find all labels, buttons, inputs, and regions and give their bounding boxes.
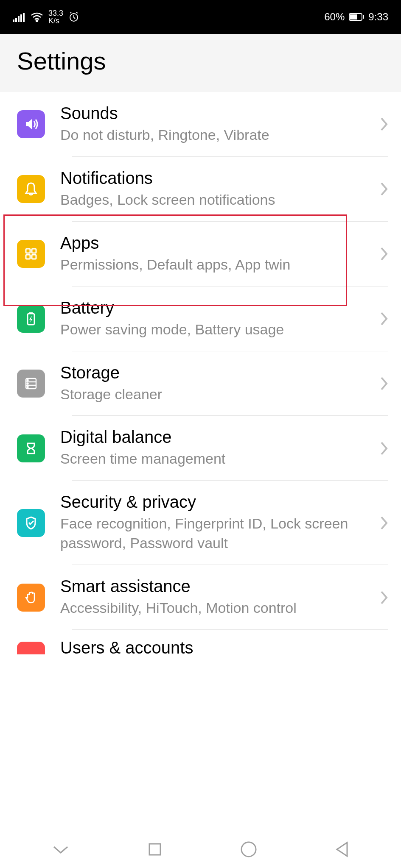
svg-rect-11 bbox=[32, 249, 36, 253]
nav-home-button[interactable] bbox=[240, 840, 258, 858]
item-subtitle: Do not disturb, Ringtone, Vibrate bbox=[60, 125, 365, 145]
item-content: Battery Power saving mode, Battery usage bbox=[60, 298, 365, 339]
item-title: Battery bbox=[60, 298, 365, 317]
alarm-icon bbox=[68, 11, 79, 22]
settings-item-digital-balance[interactable]: Digital balance Screen time management bbox=[0, 416, 401, 481]
chevron-right-icon bbox=[380, 441, 388, 456]
settings-list: Sounds Do not disturb, Ringtone, Vibrate… bbox=[0, 92, 401, 657]
status-time: 9:33 bbox=[368, 11, 388, 23]
signal-icon bbox=[13, 12, 25, 22]
item-title: Storage bbox=[60, 363, 365, 382]
item-subtitle: Power saving mode, Battery usage bbox=[60, 320, 365, 339]
settings-item-sounds[interactable]: Sounds Do not disturb, Ringtone, Vibrate bbox=[0, 92, 401, 157]
item-title: Smart assistance bbox=[60, 577, 365, 596]
users-icon bbox=[17, 642, 45, 654]
svg-rect-1 bbox=[15, 18, 17, 22]
item-subtitle: Permissions, Default apps, App twin bbox=[60, 255, 365, 275]
item-subtitle: Face recognition, Fingerprint ID, Lock s… bbox=[60, 514, 365, 553]
item-subtitle: Accessibility, HiTouch, Motion control bbox=[60, 598, 365, 618]
nav-back-button[interactable] bbox=[334, 841, 350, 858]
item-subtitle: Badges, Lock screen notifications bbox=[60, 190, 365, 210]
item-title: Security & privacy bbox=[60, 492, 365, 512]
status-bar: 33.3 K/s 60% 9:33 bbox=[0, 0, 401, 34]
settings-item-storage[interactable]: Storage Storage cleaner bbox=[0, 351, 401, 416]
status-right: 60% 9:33 bbox=[324, 11, 388, 23]
svg-point-5 bbox=[36, 20, 38, 22]
navigation-bar bbox=[0, 830, 401, 868]
nav-collapse-button[interactable] bbox=[51, 843, 70, 855]
svg-rect-15 bbox=[29, 312, 33, 314]
svg-point-19 bbox=[27, 380, 28, 381]
svg-rect-13 bbox=[32, 255, 36, 259]
hand-icon bbox=[17, 584, 45, 612]
battery-icon bbox=[349, 13, 364, 21]
svg-rect-8 bbox=[350, 14, 357, 19]
item-title: Digital balance bbox=[60, 428, 365, 447]
settings-item-users-accounts[interactable]: Users & accounts bbox=[0, 630, 401, 657]
item-title: Notifications bbox=[60, 169, 365, 188]
item-content: Digital balance Screen time management bbox=[60, 428, 365, 469]
item-subtitle: Screen time management bbox=[60, 449, 365, 469]
shield-icon bbox=[17, 509, 45, 537]
item-title: Sounds bbox=[60, 104, 365, 123]
item-title: Apps bbox=[60, 234, 365, 253]
chevron-right-icon bbox=[380, 311, 388, 326]
apps-icon bbox=[17, 240, 45, 268]
svg-rect-2 bbox=[18, 16, 20, 22]
chevron-right-icon bbox=[380, 117, 388, 132]
item-content: Sounds Do not disturb, Ringtone, Vibrate bbox=[60, 104, 365, 145]
svg-rect-9 bbox=[363, 15, 364, 19]
battery-item-icon bbox=[17, 305, 45, 333]
item-content: Security & privacy Face recognition, Fin… bbox=[60, 492, 365, 553]
chevron-right-icon bbox=[380, 515, 388, 531]
sound-icon bbox=[17, 110, 45, 138]
chevron-right-icon bbox=[380, 181, 388, 197]
svg-rect-0 bbox=[13, 19, 14, 22]
item-content: Apps Permissions, Default apps, App twin bbox=[60, 234, 365, 275]
item-subtitle: Storage cleaner bbox=[60, 385, 365, 404]
bell-icon bbox=[17, 175, 45, 203]
item-title: Users & accounts bbox=[60, 638, 193, 657]
hourglass-icon bbox=[17, 434, 45, 462]
svg-point-23 bbox=[241, 842, 256, 857]
settings-item-battery[interactable]: Battery Power saving mode, Battery usage bbox=[0, 287, 401, 351]
svg-rect-12 bbox=[26, 255, 30, 259]
chevron-right-icon bbox=[380, 590, 388, 605]
settings-item-apps[interactable]: Apps Permissions, Default apps, App twin bbox=[0, 222, 401, 287]
settings-item-security[interactable]: Security & privacy Face recognition, Fin… bbox=[0, 481, 401, 565]
wifi-icon bbox=[31, 12, 43, 22]
svg-point-20 bbox=[27, 383, 28, 384]
page-title: Settings bbox=[17, 47, 384, 75]
settings-item-notifications[interactable]: Notifications Badges, Lock screen notifi… bbox=[0, 157, 401, 222]
nav-recent-button[interactable] bbox=[147, 841, 163, 857]
chevron-right-icon bbox=[380, 246, 388, 262]
item-content: Smart assistance Accessibility, HiTouch,… bbox=[60, 577, 365, 618]
svg-rect-3 bbox=[20, 14, 22, 22]
battery-percent: 60% bbox=[324, 11, 345, 23]
network-speed: 33.3 K/s bbox=[48, 9, 63, 25]
svg-point-21 bbox=[27, 387, 28, 388]
chevron-right-icon bbox=[380, 376, 388, 391]
settings-item-smart-assistance[interactable]: Smart assistance Accessibility, HiTouch,… bbox=[0, 565, 401, 630]
settings-header: Settings bbox=[0, 34, 401, 92]
storage-icon bbox=[17, 370, 45, 398]
svg-rect-4 bbox=[23, 13, 25, 22]
svg-rect-22 bbox=[149, 844, 160, 855]
item-content: Notifications Badges, Lock screen notifi… bbox=[60, 169, 365, 210]
status-left: 33.3 K/s bbox=[13, 9, 79, 25]
svg-rect-10 bbox=[26, 249, 30, 253]
item-content: Storage Storage cleaner bbox=[60, 363, 365, 404]
